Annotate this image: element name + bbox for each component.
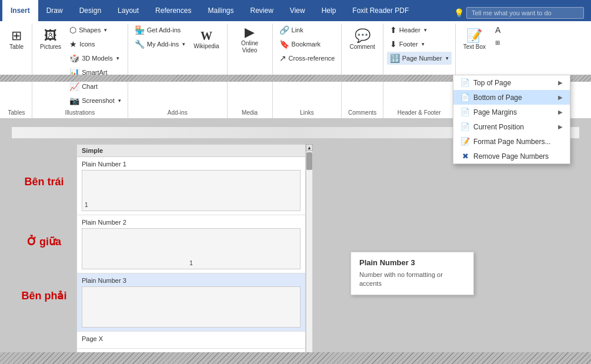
page-x-title: Page X [82, 335, 300, 342]
ribbon-group-links: 🔗 Link 🔖 Bookmark ↗ Cross-reference Link… [273, 24, 342, 118]
get-addins-button[interactable]: 🏪 Get Add-ins [132, 24, 188, 36]
bottom-of-page-icon: 📄 [460, 93, 470, 102]
tab-layout[interactable]: Layout [109, 0, 147, 21]
link-button[interactable]: 🔗 Link [276, 24, 338, 36]
tab-view[interactable]: View [282, 0, 313, 21]
models-3d-button[interactable]: 🎲 3D Models ▾ [66, 52, 124, 65]
link-icon: 🔗 [279, 25, 289, 35]
tab-foxit[interactable]: Foxit Reader PDF [344, 0, 417, 21]
bookmark-button[interactable]: 🔖 Bookmark [276, 38, 338, 51]
chart-icon: 📈 [69, 82, 79, 91]
tell-me-input[interactable] [466, 7, 584, 19]
dropdown-remove-page-numbers[interactable]: ✖ Remove Page Numbers [453, 149, 570, 163]
font-color-button[interactable]: A [492, 24, 503, 36]
section-header-simple: Simple [77, 144, 305, 157]
plain-number-3-item[interactable]: Plain Number 3 [77, 273, 305, 332]
more-text-button[interactable]: ⊞ [492, 38, 503, 48]
lightbulb-icon: 💡 [454, 8, 464, 18]
page-number-arrow: ▾ [446, 55, 449, 61]
comment-button[interactable]: 💬 Comment [345, 24, 379, 56]
tab-review[interactable]: Review [242, 0, 281, 21]
shapes-arrow: ▾ [104, 27, 107, 33]
plain-number-2-item[interactable]: Plain Number 2 1 [77, 215, 305, 273]
icons-icon: ★ [69, 39, 77, 49]
screenshot-icon: 📷 [69, 96, 79, 105]
tooltip-description: Number with no formatting or accents [359, 271, 465, 289]
my-addins-icon: 🔧 [135, 39, 145, 49]
text-box-button[interactable]: 📝 Text Box [459, 24, 490, 56]
ribbon-tabs-bar: Insert Draw Design Layout References Mai… [0, 0, 591, 21]
table-button[interactable]: ⊞ Table [5, 24, 28, 56]
tab-references[interactable]: References [147, 0, 199, 21]
plain-number-1-title: Plain Number 1 [82, 161, 300, 168]
page-number-button[interactable]: 🔢 Page Number ▾ [387, 52, 452, 65]
dropdown-page-margins[interactable]: 📄 Page Margins ▶ [453, 105, 570, 119]
page-number-dropdown: 📄 Top of Page ▶ 📄 Bottom of Page ▶ 📄 Pag… [453, 75, 570, 164]
dropdown-format-page-numbers[interactable]: 📝 Format Page Numbers... [453, 134, 570, 149]
scroll-up-arrow[interactable]: ▲ [306, 144, 313, 151]
dropdown-current-position[interactable]: 📄 Current Position ▶ [453, 119, 570, 134]
addins-group-content: 🏪 Get Add-ins 🔧 My Add-ins ▾ W Wikipedia [132, 24, 223, 107]
current-position-icon: 📄 [460, 122, 470, 131]
models-3d-icon: 🎲 [69, 54, 79, 63]
media-group-content: ▶ Online Video [231, 24, 269, 107]
tab-help[interactable]: Help [313, 0, 345, 21]
cross-reference-button[interactable]: ↗ Cross-reference [276, 52, 338, 65]
bottom-of-page-arrow: ▶ [558, 94, 563, 101]
table-icon: ⊞ [11, 29, 22, 42]
bottom-border-pattern [0, 352, 591, 364]
tab-draw[interactable]: Draw [38, 0, 71, 21]
wikipedia-button[interactable]: W Wikipedia [189, 24, 223, 56]
current-position-arrow: ▶ [558, 123, 563, 130]
header-icon: ⬆ [390, 25, 397, 35]
footer-icon: ⬇ [390, 39, 397, 49]
scroll-thumb[interactable] [306, 152, 312, 170]
cross-reference-icon: ↗ [279, 54, 286, 63]
dropdown-top-of-page[interactable]: 📄 Top of Page ▶ [453, 75, 570, 90]
header-button[interactable]: ⬆ Header ▾ [387, 24, 452, 36]
wikipedia-icon: W [201, 30, 212, 42]
tab-mailings[interactable]: Mailings [199, 0, 242, 21]
footer-button[interactable]: ⬇ Footer ▾ [387, 38, 452, 51]
top-of-page-icon: 📄 [460, 78, 470, 87]
comments-group-content: 💬 Comment [345, 24, 379, 107]
scroll-panel: Simple Plain Number 1 1 Plain Number 2 1 [76, 143, 313, 364]
tab-design[interactable]: Design [71, 0, 109, 21]
text-box-icon: 📝 [466, 29, 482, 42]
plain-number-3-preview [82, 286, 300, 328]
online-video-button[interactable]: ▶ Online Video [231, 24, 269, 56]
pictures-button[interactable]: 🖼 Pictures [36, 24, 65, 56]
screenshot-button[interactable]: 📷 Screenshot ▾ [66, 94, 124, 107]
ribbon-group-addins: 🏪 Get Add-ins 🔧 My Add-ins ▾ W Wikipedia… [128, 24, 228, 118]
plain-number-1-item[interactable]: Plain Number 1 1 [77, 157, 305, 215]
plain-number-3-title: Plain Number 3 [82, 277, 300, 284]
header-footer-group-content: ⬆ Header ▾ ⬇ Footer ▾ 🔢 Page Number ▾ [387, 24, 452, 107]
font-color-icon: A [495, 25, 500, 35]
page-margins-icon: 📄 [460, 108, 470, 116]
tab-insert[interactable]: Insert [2, 0, 38, 21]
illustrations-group-content: 🖼 Pictures ⬡ Shapes ▾ ★ Icons 🎲 3D Model… [36, 24, 124, 107]
tooltip-plain-number-3: Plain Number 3 Number with no formatting… [350, 252, 474, 295]
footer-arrow: ▾ [422, 41, 425, 47]
scroll-track[interactable]: ▲ ▼ [306, 143, 313, 364]
ribbon-group-header-footer: ⬆ Header ▾ ⬇ Footer ▾ 🔢 Page Number ▾ He… [383, 24, 456, 118]
links-group-content: 🔗 Link 🔖 Bookmark ↗ Cross-reference [276, 24, 338, 107]
icons-button[interactable]: ★ Icons [66, 38, 124, 51]
page-number-icon: 🔢 [390, 54, 400, 63]
ribbon-group-media: ▶ Online Video Media [228, 24, 273, 118]
models-arrow: ▾ [116, 55, 119, 61]
my-addins-arrow: ▾ [182, 41, 185, 47]
bookmark-icon: 🔖 [279, 39, 289, 49]
chart-button[interactable]: 📈 Chart [66, 80, 124, 93]
pictures-icon: 🖼 [44, 29, 57, 42]
ribbon-group-tables: ⊞ Table Tables [1, 24, 32, 118]
shapes-button[interactable]: ⬡ Shapes ▾ [66, 24, 124, 36]
my-addins-button[interactable]: 🔧 My Add-ins ▾ [132, 38, 188, 51]
page-number-list[interactable]: Simple Plain Number 1 1 Plain Number 2 1 [76, 143, 306, 364]
tooltip-title: Plain Number 3 [359, 258, 465, 267]
dropdown-bottom-of-page[interactable]: 📄 Bottom of Page ▶ [453, 90, 570, 105]
ribbon-group-comments: 💬 Comment Comments [342, 24, 383, 118]
page-x-item[interactable]: Page X [77, 332, 305, 349]
get-addins-icon: 🏪 [135, 25, 145, 35]
tables-group-content: ⊞ Table [5, 24, 28, 107]
